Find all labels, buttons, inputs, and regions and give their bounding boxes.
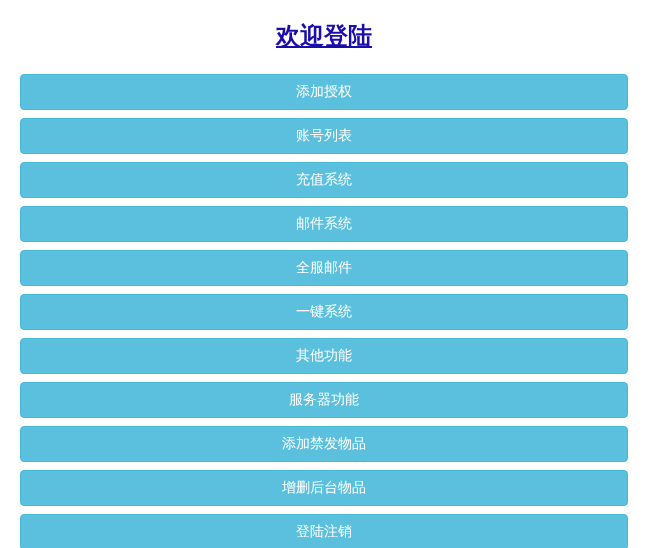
menu-edit-backend-items[interactable]: 增删后台物品 <box>20 470 628 506</box>
menu-list: 添加授权 账号列表 充值系统 邮件系统 全服邮件 一键系统 其他功能 服务器功能… <box>20 74 628 548</box>
menu-mail-system[interactable]: 邮件系统 <box>20 206 628 242</box>
menu-recharge-system[interactable]: 充值系统 <box>20 162 628 198</box>
menu-add-auth[interactable]: 添加授权 <box>20 74 628 110</box>
title-wrapper: 欢迎登陆 <box>20 0 628 74</box>
menu-add-banned-items[interactable]: 添加禁发物品 <box>20 426 628 462</box>
menu-account-list[interactable]: 账号列表 <box>20 118 628 154</box>
menu-server-functions[interactable]: 服务器功能 <box>20 382 628 418</box>
menu-onekey-system[interactable]: 一键系统 <box>20 294 628 330</box>
main-container: 欢迎登陆 添加授权 账号列表 充值系统 邮件系统 全服邮件 一键系统 其他功能 … <box>0 0 648 548</box>
menu-other-functions[interactable]: 其他功能 <box>20 338 628 374</box>
menu-logout[interactable]: 登陆注销 <box>20 514 628 548</box>
welcome-title-link[interactable]: 欢迎登陆 <box>276 22 372 49</box>
menu-server-mail[interactable]: 全服邮件 <box>20 250 628 286</box>
